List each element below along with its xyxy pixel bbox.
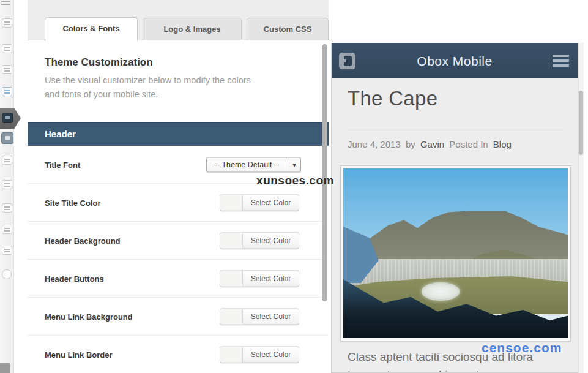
- post-featured-image[interactable]: [341, 166, 570, 341]
- active-plugin-menu-item[interactable]: [0, 108, 21, 129]
- setting-label: Title Font: [45, 160, 80, 169]
- wp-menu-icon[interactable]: [2, 156, 12, 165]
- tab-colors-and-fonts[interactable]: Colors & Fonts: [45, 17, 138, 41]
- wp-menu-icon[interactable]: [2, 87, 12, 96]
- appearance-menu-icon[interactable]: [1, 132, 13, 144]
- setting-row-site-title-color: Site Title Color Select Color: [28, 184, 329, 222]
- wp-menu-icon[interactable]: [2, 203, 12, 213]
- setting-label: Site Title Color: [45, 198, 101, 207]
- post-title: The Cape: [348, 87, 437, 110]
- wp-menu-icon[interactable]: [2, 246, 12, 255]
- wp-sidebar-footer-block: [0, 363, 10, 373]
- chevron-down-icon: ▾: [288, 157, 300, 171]
- tab-strip: Colors & Fonts Logo & Images Custom CSS: [28, 0, 329, 40]
- mobile-preview-panel: Obox Mobile The Cape June 4, 2013 by Gav…: [331, 43, 578, 373]
- setting-label: Menu Link Border: [45, 350, 113, 359]
- section-header-bar: Header: [28, 122, 329, 146]
- active-plugin-menu-icon: [2, 113, 13, 123]
- author-link[interactable]: Gavin: [420, 139, 444, 149]
- post-date: June 4, 2013: [348, 139, 401, 149]
- setting-row-menu-link-border: Menu Link Border Select Color: [28, 336, 329, 373]
- settings-panel: Theme Customization Use the visual custo…: [28, 40, 329, 373]
- wp-admin-sidebar: [0, 0, 14, 373]
- select-color-button[interactable]: Select Color: [220, 346, 299, 363]
- wp-menu-icon[interactable]: [2, 44, 12, 53]
- setting-row-header-background: Header Background Select Color: [28, 222, 329, 260]
- color-swatch: [220, 347, 243, 362]
- cape-town-aerial-photo: [343, 168, 568, 338]
- mobile-header-bar: Obox Mobile: [332, 43, 578, 78]
- wp-menu-icon[interactable]: [2, 18, 12, 28]
- select-color-button[interactable]: Select Color: [220, 232, 299, 249]
- color-swatch: [220, 195, 243, 210]
- wp-menu-icon[interactable]: [2, 225, 12, 234]
- wp-menu-icon[interactable]: [2, 180, 12, 189]
- watermark-text: censoe.com: [482, 341, 562, 355]
- setting-label: Header Buttons: [45, 274, 104, 283]
- title-font-select[interactable]: -- Theme Default -- ▾: [206, 157, 301, 172]
- post-meta: June 4, 2013 by Gavin Posted In Blog: [348, 139, 514, 149]
- setting-row-menu-link-background: Menu Link Background Select Color: [28, 298, 329, 336]
- preview-scrollbar-thumb[interactable]: [579, 91, 583, 155]
- select-value: -- Theme Default --: [207, 157, 287, 171]
- wp-menu-text-stub: [1, 1, 10, 6]
- collapse-menu-icon[interactable]: [2, 269, 12, 279]
- color-swatch: [220, 233, 243, 248]
- page-description: Use the visual customizer below to modif…: [45, 73, 251, 102]
- divider: [348, 130, 563, 130]
- color-swatch: [220, 271, 243, 286]
- setting-label: Menu Link Background: [45, 312, 133, 321]
- stadium-shape: [422, 282, 460, 301]
- setting-row-header-buttons: Header Buttons Select Color: [28, 260, 329, 298]
- section-title: Header: [28, 123, 329, 145]
- panel-scrollbar-thumb[interactable]: [322, 44, 327, 301]
- tab-logo-and-images[interactable]: Logo & Images: [143, 18, 242, 40]
- tab-custom-css[interactable]: Custom CSS: [247, 18, 329, 40]
- page-title: Theme Customization: [45, 56, 153, 69]
- obox-mobile-settings-screen: Colors & Fonts Logo & Images Custom CSS …: [0, 0, 588, 373]
- watermark-text: xunsoes.com: [242, 174, 334, 187]
- color-swatch: [220, 309, 243, 324]
- mobile-site-title: Obox Mobile: [332, 43, 578, 78]
- select-color-button[interactable]: Select Color: [220, 308, 299, 325]
- hamburger-menu-icon[interactable]: [553, 55, 569, 69]
- wp-menu-icon[interactable]: [2, 65, 12, 74]
- select-color-button[interactable]: Select Color: [220, 194, 299, 211]
- select-color-button[interactable]: Select Color: [220, 270, 299, 287]
- category-link[interactable]: Blog: [493, 139, 512, 149]
- setting-label: Header Background: [45, 236, 121, 245]
